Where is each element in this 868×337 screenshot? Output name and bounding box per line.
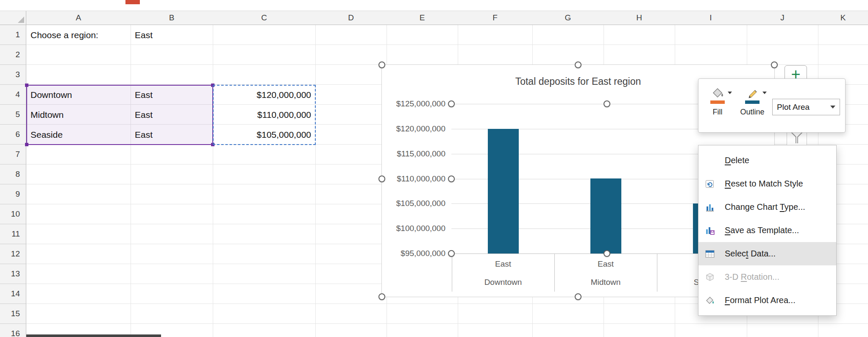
select-data-icon — [704, 248, 716, 259]
funnel-icon — [787, 132, 806, 145]
cell-c4[interactable]: $120,000,000 — [213, 85, 315, 105]
menu-item-reset-to-match-style[interactable]: Reset to Match Style — [698, 172, 836, 195]
row-header-16[interactable]: 16 — [0, 324, 26, 337]
chart-element-selector[interactable]: Plot Area — [772, 99, 840, 115]
cell-b5[interactable]: East — [131, 105, 213, 125]
row-header-7[interactable]: 7 — [0, 145, 26, 164]
row-header-9[interactable]: 9 — [0, 184, 26, 204]
plot-area-handle[interactable] — [604, 250, 610, 257]
cell-b1[interactable]: East — [131, 25, 213, 45]
cell-b4[interactable]: East — [131, 85, 213, 105]
y-axis-tick-label[interactable]: $105,000,000 — [382, 199, 445, 208]
menu-item-change-chart-type[interactable]: Change Chart Type... — [698, 195, 836, 219]
cell-a1[interactable]: Choose a region: — [26, 25, 131, 45]
outline-label: Outline — [740, 108, 764, 117]
column-header-j[interactable]: J — [747, 11, 818, 25]
row-header-15[interactable]: 15 — [0, 304, 26, 324]
grid-line — [213, 25, 213, 337]
category-separator — [657, 253, 657, 292]
format-bucket-icon — [704, 295, 716, 306]
plot-area-handle[interactable] — [448, 100, 455, 107]
row-header-12[interactable]: 12 — [0, 244, 26, 264]
column-header-b[interactable]: B — [131, 11, 213, 25]
bottom-edge-artifact — [26, 334, 161, 337]
fill-button[interactable]: Fill — [704, 86, 738, 117]
outline-color-swatch — [745, 100, 760, 104]
menu-item-format-plot-area[interactable]: Format Plot Area... — [698, 289, 836, 312]
cell-a4[interactable]: Downtown — [26, 85, 131, 105]
row-header-3[interactable]: 3 — [0, 65, 26, 85]
cell-c6[interactable]: $105,000,000 — [213, 125, 315, 145]
menu-item-delete[interactable]: Delete — [698, 149, 836, 172]
fill-color-swatch — [710, 100, 725, 104]
column-header-f[interactable]: F — [458, 11, 533, 25]
y-axis-tick-label[interactable]: $95,000,000 — [382, 249, 445, 258]
row-header-6[interactable]: 6 — [0, 125, 26, 145]
x-axis-label-region[interactable]: East — [576, 259, 635, 269]
chart-filters-button-partial[interactable] — [787, 132, 807, 145]
pencil-icon — [745, 87, 760, 99]
cell-c5[interactable]: $110,000,000 — [213, 105, 315, 125]
column-header-i[interactable]: I — [675, 11, 747, 25]
column-header-k[interactable]: K — [818, 11, 868, 25]
y-axis-tick-label[interactable]: $110,000,000 — [382, 174, 445, 184]
chart-resize-handle[interactable] — [575, 293, 581, 300]
row-header-10[interactable]: 10 — [0, 204, 26, 224]
row-header-11[interactable]: 11 — [0, 224, 26, 244]
x-axis-label-region[interactable]: East — [473, 259, 533, 269]
chart-resize-handle[interactable] — [771, 61, 778, 68]
grid-line — [131, 25, 131, 337]
chevron-down-icon — [830, 106, 835, 109]
chart-resize-handle[interactable] — [378, 175, 385, 182]
menu-item-select-data[interactable]: Select Data... — [698, 242, 836, 265]
selector-value: Plot Area — [777, 103, 810, 112]
outline-button[interactable]: Outline — [738, 86, 773, 117]
row-header-14[interactable]: 14 — [0, 284, 26, 304]
x-axis-label-branch[interactable]: Downtown — [473, 278, 533, 287]
chart-resize-handle[interactable] — [378, 61, 385, 68]
cell-a5[interactable]: Midtown — [26, 105, 131, 125]
column-header-e[interactable]: E — [387, 11, 458, 25]
select-all-corner[interactable] — [0, 11, 26, 25]
row-header-8[interactable]: 8 — [0, 164, 26, 184]
row-header-1[interactable]: 1 — [0, 25, 26, 45]
column-header-h[interactable]: H — [604, 11, 675, 25]
plot-area-handle[interactable] — [604, 100, 610, 107]
menu-item-3d-rotation: 3-D Rotation... — [698, 265, 836, 289]
row-header-4[interactable]: 4 — [0, 85, 26, 105]
plot-area-handle[interactable] — [448, 175, 455, 182]
y-axis-tick-label[interactable]: $115,000,000 — [382, 149, 445, 159]
chart-type-icon — [704, 202, 716, 213]
accent-chip — [125, 0, 140, 4]
icon-spacer — [704, 155, 716, 166]
menu-item-save-as-template[interactable]: Save as Template... — [698, 219, 836, 242]
fill-label: Fill — [713, 108, 723, 117]
chart-resize-handle[interactable] — [575, 61, 581, 68]
chevron-down-icon — [762, 92, 767, 94]
y-axis-tick-label[interactable]: $120,000,000 — [382, 124, 445, 134]
category-separator — [554, 253, 555, 292]
row-header-5[interactable]: 5 — [0, 105, 26, 125]
x-axis-label-branch[interactable]: Midtown — [576, 278, 635, 287]
cell-a6[interactable]: Seaside — [26, 125, 131, 145]
column-header-g[interactable]: G — [532, 11, 604, 25]
y-axis-tick-label[interactable]: $125,000,000 — [382, 99, 445, 109]
row-header-2[interactable]: 2 — [0, 45, 26, 65]
bar-midtown[interactable] — [590, 178, 621, 253]
reset-style-icon — [704, 178, 716, 189]
mini-toolbar: Fill Outline Plot Area — [698, 78, 846, 133]
context-menu: Delete Reset to Match Style — [698, 145, 837, 316]
column-header-c[interactable]: C — [213, 11, 316, 25]
plot-area-handle[interactable] — [448, 250, 455, 257]
cube-icon — [704, 272, 716, 283]
category-separator — [452, 253, 452, 292]
grid-line — [315, 25, 316, 337]
column-header-d[interactable]: D — [315, 11, 387, 25]
bar-downtown[interactable] — [488, 129, 519, 253]
column-header-a[interactable]: A — [26, 11, 131, 25]
y-axis-tick-label[interactable]: $100,000,000 — [382, 224, 445, 233]
cell-b6[interactable]: East — [131, 125, 213, 145]
row-header-13[interactable]: 13 — [0, 264, 26, 284]
chart-resize-handle[interactable] — [378, 293, 385, 300]
chevron-down-icon — [728, 92, 732, 94]
